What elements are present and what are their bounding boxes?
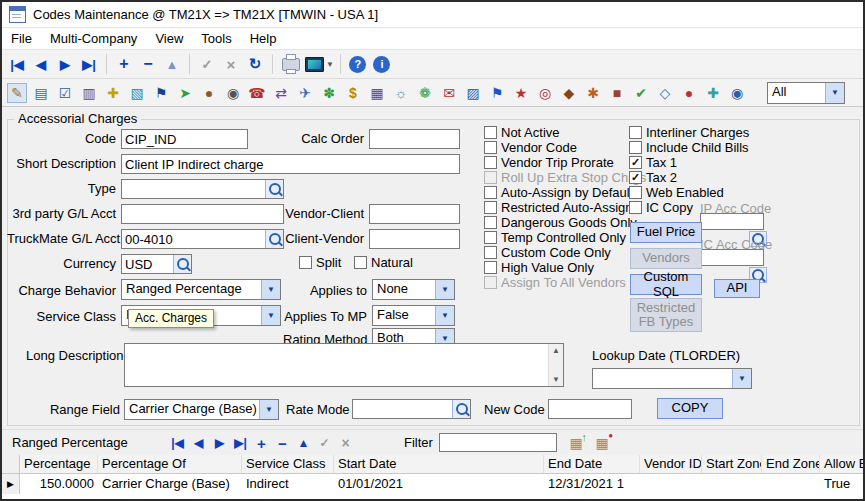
- customer-icon[interactable]: ●: [199, 83, 219, 103]
- lookup-date-combo[interactable]: ▼: [592, 368, 752, 389]
- auto-assign-default-checkbox[interactable]: [484, 186, 497, 199]
- cell-end-date[interactable]: 12/31/2021 1: [544, 474, 640, 494]
- col-start-date[interactable]: Start Date: [334, 455, 544, 473]
- web-enabled-checkbox[interactable]: [629, 186, 642, 199]
- interliner-charges-checkbox[interactable]: [629, 126, 642, 139]
- ic-copy-checkbox[interactable]: [629, 201, 642, 214]
- dangerous-goods-label[interactable]: Dangerous Goods Only: [501, 215, 637, 230]
- notes-icon[interactable]: ▤: [31, 83, 51, 103]
- cell-percentage-of[interactable]: Carrier Charge (Base): [98, 474, 242, 494]
- temp-controlled-label[interactable]: Temp Controlled Only: [501, 230, 626, 245]
- tax2-label[interactable]: Tax 2: [646, 170, 677, 185]
- cell-percentage[interactable]: 150.0000: [20, 474, 98, 494]
- checklist-icon[interactable]: ☑: [55, 83, 75, 103]
- globe-icon[interactable]: ◉: [727, 83, 747, 103]
- cell-start-zone[interactable]: [702, 474, 762, 494]
- ic-acc-code-input[interactable]: [701, 250, 763, 265]
- restricted-auto-assign-checkbox[interactable]: [484, 201, 497, 214]
- not-active-checkbox[interactable]: [484, 126, 497, 139]
- star-icon[interactable]: ★: [511, 83, 531, 103]
- custom-sql-button[interactable]: Custom SQL: [630, 274, 702, 295]
- report-preview-button[interactable]: ▼: [305, 53, 334, 75]
- long-description-scrollbar[interactable]: ▲▼: [548, 344, 563, 386]
- vendor-client-input[interactable]: [370, 205, 459, 223]
- auto-assign-default-label[interactable]: Auto-Assign by Default: [501, 185, 633, 200]
- cell-vendor-id[interactable]: [640, 474, 702, 494]
- cell-start-date[interactable]: 01/01/2021: [334, 474, 544, 494]
- ledger-icon[interactable]: ▥: [79, 83, 99, 103]
- include-child-bills-label[interactable]: Include Child Bills: [646, 140, 749, 155]
- prev-record-button[interactable]: ◀: [30, 53, 52, 75]
- sun-icon[interactable]: ☼: [391, 83, 411, 103]
- detail-insert-button[interactable]: +: [251, 433, 272, 453]
- natural-label[interactable]: Natural: [371, 255, 413, 270]
- type-lookup-button[interactable]: [265, 180, 283, 198]
- rate-mode-lookup-button[interactable]: [452, 400, 470, 418]
- flower-icon[interactable]: ❁: [415, 83, 435, 103]
- third-party-gl-input[interactable]: [122, 205, 283, 223]
- detail-delete-button[interactable]: −: [272, 433, 293, 453]
- cell-allow-between[interactable]: True: [820, 474, 863, 494]
- high-value-only-checkbox[interactable]: [484, 261, 497, 274]
- api-button[interactable]: API: [714, 279, 760, 298]
- refresh-detail-button[interactable]: ▦↑: [565, 433, 587, 453]
- split-checkbox[interactable]: [299, 256, 312, 269]
- plus-icon[interactable]: ✚: [703, 83, 723, 103]
- truckmate-gl-input[interactable]: [122, 230, 265, 248]
- detail-next-button[interactable]: ▶: [209, 433, 230, 453]
- charge-behavior-combo[interactable]: Ranged Percentage ▼: [121, 279, 281, 300]
- dispatch-icon[interactable]: ➤: [175, 83, 195, 103]
- detail-first-button[interactable]: |◀: [167, 433, 188, 453]
- code-input[interactable]: [122, 130, 247, 148]
- transfer-icon[interactable]: ⇄: [271, 83, 291, 103]
- cell-service-class[interactable]: Indirect: [242, 474, 334, 494]
- type-input[interactable]: [122, 180, 265, 198]
- dot-icon[interactable]: ●: [679, 83, 699, 103]
- edit-record-button[interactable]: ▲: [161, 53, 183, 75]
- ip-acc-code-input[interactable]: [701, 214, 763, 229]
- dangerous-goods-checkbox[interactable]: [484, 216, 497, 229]
- cell-end-zone[interactable]: [762, 474, 820, 494]
- applies-to-mp-combo[interactable]: False ▼: [372, 305, 455, 326]
- codes-icon[interactable]: ✎: [7, 83, 27, 103]
- long-description-textarea[interactable]: [125, 344, 548, 386]
- target-icon[interactable]: ◎: [535, 83, 555, 103]
- currency-input[interactable]: [122, 255, 173, 273]
- box-icon[interactable]: ■: [607, 83, 627, 103]
- temp-controlled-checkbox[interactable]: [484, 231, 497, 244]
- titlebar[interactable]: Codes Maintenance @ TM21X => TM21X [TMWI…: [2, 2, 863, 28]
- insert-record-button[interactable]: +: [113, 53, 135, 75]
- ic-copy-label[interactable]: IC Copy: [646, 200, 693, 215]
- first-record-button[interactable]: |◀: [6, 53, 28, 75]
- help-button[interactable]: ?: [347, 53, 369, 75]
- phone-icon[interactable]: ☎: [247, 83, 267, 103]
- menu-file[interactable]: File: [2, 29, 41, 48]
- diamond-icon[interactable]: ◇: [655, 83, 675, 103]
- toolbar-filter-combo[interactable]: All ▼: [767, 82, 845, 104]
- col-service-class[interactable]: Service Class: [242, 455, 334, 473]
- vendor-trip-prorate-label[interactable]: Vendor Trip Prorate: [501, 155, 614, 170]
- post-edit-button[interactable]: ✓: [196, 53, 218, 75]
- detail-edit-button[interactable]: ▲: [293, 433, 314, 453]
- wheel-icon[interactable]: ◉: [223, 83, 243, 103]
- scroll-up-icon[interactable]: ▲: [552, 346, 560, 355]
- col-start-zone[interactable]: Start Zone: [702, 455, 762, 473]
- report-dropdown-arrow-icon[interactable]: ▼: [326, 60, 334, 69]
- security-icon[interactable]: ✚: [103, 83, 123, 103]
- col-allow-between[interactable]: Allow Between: [820, 455, 863, 473]
- currency-lookup-button[interactable]: [173, 255, 191, 273]
- filter-input[interactable]: [439, 433, 557, 452]
- network-icon[interactable]: ✽: [319, 83, 339, 103]
- interliner-charges-label[interactable]: Interliner Charges: [646, 125, 749, 140]
- mail-icon[interactable]: ✉: [439, 83, 459, 103]
- scroll-down-icon[interactable]: ▼: [552, 375, 560, 384]
- stack-icon[interactable]: ▦: [367, 83, 387, 103]
- row-marker[interactable]: ▶: [2, 474, 20, 494]
- tax1-label[interactable]: Tax 1: [646, 155, 677, 170]
- grid-options-button[interactable]: ▦●: [591, 433, 613, 453]
- calc-order-input[interactable]: [370, 130, 459, 148]
- include-child-bills-checkbox[interactable]: [629, 141, 642, 154]
- detail-last-button[interactable]: ▶|: [230, 433, 251, 453]
- refresh-button[interactable]: ↻: [244, 53, 266, 75]
- split-label[interactable]: Split: [316, 255, 341, 270]
